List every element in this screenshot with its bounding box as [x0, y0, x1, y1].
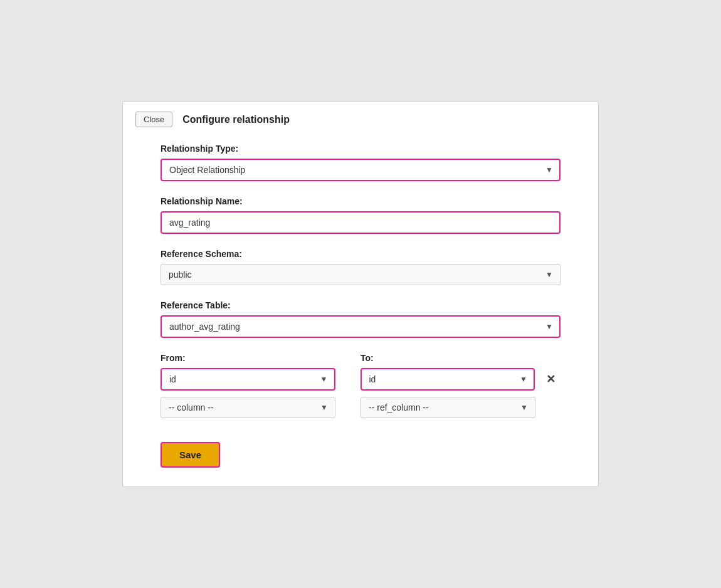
- modal-header: Close Configure relationship: [123, 102, 598, 137]
- reference-schema-select[interactable]: public: [161, 264, 560, 285]
- from-to-row-1: id ▼ id ▼ ✕: [161, 368, 560, 391]
- modal-title: Configure relationship: [182, 114, 290, 125]
- relationship-type-select-wrapper: Object Relationship Array Relationship ▼: [161, 159, 560, 181]
- to-column-2-select[interactable]: -- ref_column --: [360, 397, 535, 418]
- to-column-2-select-wrapper: -- ref_column -- ▼: [360, 397, 535, 418]
- relationship-name-input[interactable]: [161, 211, 560, 234]
- from-to-labels: From: To:: [161, 353, 560, 368]
- from-column-select[interactable]: id: [161, 368, 335, 391]
- save-button[interactable]: Save: [161, 442, 220, 468]
- reference-schema-label: Reference Schema:: [161, 249, 560, 259]
- relationship-name-label: Relationship Name:: [161, 196, 560, 206]
- relationship-name-group: Relationship Name:: [161, 196, 560, 234]
- to-select-wrapper: id ▼: [360, 368, 535, 391]
- reference-table-select[interactable]: author_avg_rating: [161, 315, 560, 338]
- from-label: From:: [161, 353, 335, 363]
- close-button[interactable]: Close: [135, 112, 172, 127]
- to-column-select[interactable]: id: [360, 368, 535, 391]
- reference-table-label: Reference Table:: [161, 300, 560, 310]
- from-to-row-2: -- column -- ▼ -- ref_column -- ▼: [161, 397, 560, 418]
- x-icon: ✕: [546, 372, 555, 386]
- remove-mapping-button[interactable]: ✕: [541, 370, 560, 389]
- to-label: To:: [360, 353, 535, 363]
- modal-container: Close Configure relationship Relationshi…: [122, 101, 599, 487]
- save-section: Save: [161, 436, 560, 468]
- relationship-type-group: Relationship Type: Object Relationship A…: [161, 144, 560, 181]
- relationship-type-label: Relationship Type:: [161, 144, 560, 154]
- reference-schema-select-wrapper: public ▼: [161, 264, 560, 285]
- reference-table-group: Reference Table: author_avg_rating ▼: [161, 300, 560, 338]
- from-column-2-select[interactable]: -- column --: [161, 397, 335, 418]
- from-column-2-select-wrapper: -- column -- ▼: [161, 397, 335, 418]
- from-select-wrapper: id ▼: [161, 368, 335, 391]
- relationship-type-select[interactable]: Object Relationship Array Relationship: [161, 159, 560, 181]
- modal-body: Relationship Type: Object Relationship A…: [123, 137, 598, 486]
- reference-table-select-wrapper: author_avg_rating ▼: [161, 315, 560, 338]
- reference-schema-group: Reference Schema: public ▼: [161, 249, 560, 285]
